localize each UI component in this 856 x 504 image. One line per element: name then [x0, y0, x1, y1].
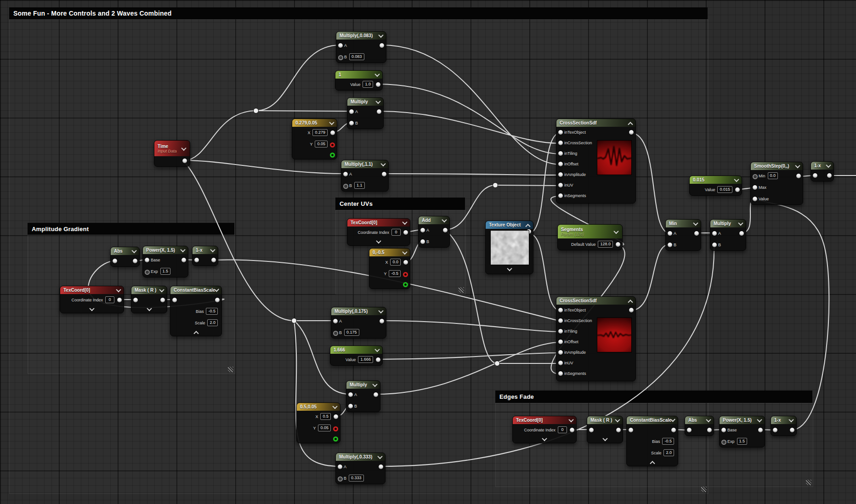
- input-pin[interactable]: [133, 298, 138, 302]
- chevron-down-icon[interactable]: [738, 220, 743, 225]
- value-input[interactable]: 0.0: [390, 259, 401, 266]
- chevron-down-icon[interactable]: [378, 308, 383, 313]
- value-input[interactable]: 0: [391, 229, 401, 236]
- input-pin-a[interactable]: [343, 172, 348, 176]
- output-pin[interactable]: [443, 228, 448, 232]
- chevron-down-icon[interactable]: [788, 417, 794, 422]
- value-input[interactable]: 0.5: [320, 413, 331, 420]
- value-input[interactable]: 0: [558, 426, 567, 433]
- input-pin[interactable]: [113, 259, 117, 263]
- output-pin-green[interactable]: [330, 153, 335, 158]
- comment-main-title[interactable]: Some Fun - More Controls and 2 Waves Com…: [9, 7, 708, 19]
- chevron-down-icon[interactable]: [615, 417, 620, 422]
- input-pin-base[interactable]: [145, 258, 149, 262]
- chevron-down-icon[interactable]: [542, 436, 547, 441]
- output-pin[interactable]: [376, 357, 380, 362]
- output-pin[interactable]: [117, 298, 122, 302]
- value-input[interactable]: 1.5: [737, 438, 748, 445]
- node-vector-0-neg05[interactable]: 0,-0.5 X0.0 Y-0.5: [369, 248, 410, 289]
- output-pin[interactable]: [671, 428, 676, 432]
- node-add[interactable]: Add A B: [418, 216, 450, 248]
- output-pin[interactable]: [707, 428, 712, 432]
- input-pin-a[interactable]: [338, 464, 342, 469]
- input-pin-insegments[interactable]: [558, 371, 563, 376]
- chevron-up-icon[interactable]: [628, 300, 633, 305]
- chevron-up-icon[interactable]: [525, 224, 530, 229]
- input-pin[interactable]: [687, 428, 692, 432]
- node-mask-edges[interactable]: Mask ( R ): [587, 416, 623, 443]
- output-pin[interactable]: [380, 43, 384, 48]
- value-input[interactable]: 0.0: [768, 172, 778, 179]
- output-pin[interactable]: [570, 428, 574, 432]
- value-input[interactable]: 1.5: [160, 268, 171, 275]
- input-pin-inuv[interactable]: [558, 361, 563, 365]
- comment-resize-handle[interactable]: [459, 287, 464, 293]
- output-pin[interactable]: [735, 187, 740, 192]
- input-pin-inamplitude[interactable]: [558, 350, 563, 355]
- input-pin-insegments[interactable]: [558, 193, 563, 198]
- node-min[interactable]: Min A B: [665, 219, 701, 251]
- input-pin-b[interactable]: [333, 331, 338, 336]
- input-pin-b[interactable]: [338, 55, 343, 60]
- chevron-down-icon[interactable]: [376, 238, 381, 244]
- output-pin[interactable]: [379, 464, 383, 469]
- input-pin-b[interactable]: [712, 243, 717, 247]
- comment-amplitude-title[interactable]: Amplitude Gradient: [28, 223, 234, 235]
- output-pin[interactable]: [629, 130, 634, 135]
- input-pin[interactable]: [172, 298, 177, 302]
- input-pin-intexobject[interactable]: [558, 130, 563, 135]
- output-pin[interactable]: [827, 173, 832, 178]
- comment-resize-handle[interactable]: [806, 480, 811, 485]
- input-pin[interactable]: [773, 428, 777, 432]
- value-input[interactable]: 2.0: [207, 319, 218, 326]
- chevron-down-icon[interactable]: [734, 176, 739, 181]
- input-pin-b[interactable]: [668, 243, 672, 247]
- value-input[interactable]: 0.05: [315, 141, 328, 147]
- node-texture-object[interactable]: Texture Object: [485, 221, 533, 274]
- node-oneminus-topright[interactable]: 1-x: [811, 161, 834, 181]
- comment-edgesfade-title[interactable]: Edges Fade: [495, 391, 812, 403]
- chevron-down-icon[interactable]: [568, 417, 573, 422]
- node-constant-1666[interactable]: 1.666 Value1.666: [330, 345, 383, 366]
- input-pin-a[interactable]: [420, 228, 425, 232]
- output-pin-green[interactable]: [403, 282, 408, 287]
- output-pin-red[interactable]: [330, 142, 335, 147]
- node-multiply-bottom[interactable]: Multiply A B: [346, 380, 380, 412]
- input-pin[interactable]: [589, 428, 594, 432]
- input-pin-exp[interactable]: [721, 440, 726, 445]
- value-input[interactable]: 1.1: [354, 182, 365, 189]
- chevron-down-icon[interactable]: [332, 403, 337, 408]
- node-constant-0015[interactable]: 0.015 Value0.015: [689, 176, 742, 196]
- node-multiply-right[interactable]: Multiply A B: [710, 219, 746, 251]
- node-multiply-0083[interactable]: Multiply(,0.083) A B0.083: [336, 31, 386, 63]
- chevron-down-icon[interactable]: [693, 220, 698, 225]
- node-texcoord-center[interactable]: TexCoord[0] Coordinate Index0: [347, 218, 410, 246]
- node-constantbiasscale-edges[interactable]: ConstantBiasScale Bias-0.5 Scale2.0: [626, 416, 678, 466]
- value-input[interactable]: 0.083: [349, 53, 364, 60]
- chevron-down-icon[interactable]: [180, 247, 185, 252]
- output-pin[interactable]: [377, 109, 381, 114]
- input-pin-inuv[interactable]: [558, 183, 563, 187]
- output-pin[interactable]: [211, 258, 216, 262]
- value-input[interactable]: 0.333: [349, 475, 364, 481]
- chevron-down-icon[interactable]: [375, 98, 380, 103]
- chevron-down-icon[interactable]: [795, 163, 800, 168]
- node-texcoord-amplitude[interactable]: TexCoord[0] Coordinate Index0: [60, 286, 124, 313]
- input-pin-inoffset[interactable]: [558, 340, 563, 344]
- input-pin-value[interactable]: [753, 197, 757, 201]
- node-abs-amplitude[interactable]: Abs: [110, 247, 140, 267]
- value-input[interactable]: 0: [105, 296, 114, 303]
- chevron-down-icon[interactable]: [374, 71, 380, 76]
- comment-resize-handle[interactable]: [701, 487, 707, 492]
- value-input[interactable]: 1.0: [363, 81, 373, 88]
- chevron-up-icon[interactable]: [628, 122, 633, 127]
- output-pin[interactable]: [739, 231, 744, 236]
- input-pin-b[interactable]: [343, 184, 348, 189]
- chevron-down-icon[interactable]: [378, 32, 383, 37]
- value-input[interactable]: 128.0: [598, 241, 613, 248]
- output-pin[interactable]: [790, 428, 794, 432]
- node-mask-amplitude[interactable]: Mask ( R ): [131, 286, 167, 313]
- comment-resize-handle[interactable]: [228, 367, 233, 372]
- node-crosssectionsdf-bottom[interactable]: CrossSectionSdf inTexObject inCrossSecti…: [556, 296, 636, 381]
- output-pin[interactable]: [330, 130, 335, 135]
